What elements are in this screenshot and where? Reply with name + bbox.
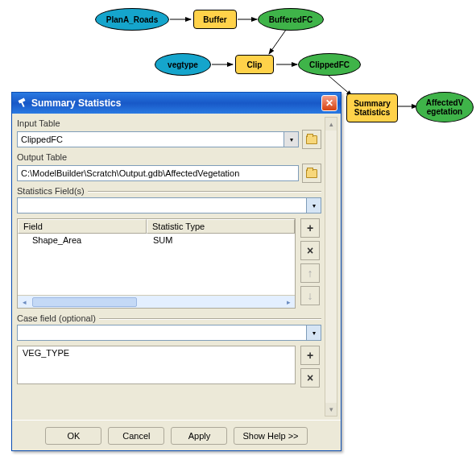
- folder-icon: [306, 169, 317, 178]
- apply-button[interactable]: Apply: [171, 427, 227, 445]
- node-clipped-fc[interactable]: ClippedFC: [298, 53, 361, 76]
- stats-table[interactable]: Field Statistic Type Shape_Area SUM ◂ ▸: [17, 218, 296, 309]
- summary-statistics-dialog: Summary Statistics ✕ ▴ ▾ Input Table ▾ O…: [11, 92, 341, 451]
- show-help-button[interactable]: Show Help >>: [234, 427, 307, 445]
- input-table-label: Input Table: [17, 118, 321, 128]
- case-field-list[interactable]: VEG_TYPE: [17, 346, 296, 384]
- table-row[interactable]: Shape_Area SUM: [18, 234, 295, 248]
- output-table-browse-button[interactable]: [302, 164, 321, 183]
- stats-field-combo[interactable]: ▾: [17, 197, 321, 213]
- add-row-button[interactable]: +: [300, 218, 320, 238]
- node-buffered-fc[interactable]: BufferedFC: [258, 8, 324, 31]
- dialog-body: ▴ ▾ Input Table ▾ Output Table Statistic…: [12, 114, 341, 420]
- input-table-browse-button[interactable]: [302, 130, 321, 149]
- case-field-label: Case field (optional): [17, 313, 96, 323]
- node-buffer[interactable]: Buffer: [193, 10, 237, 29]
- move-up-button[interactable]: ↑: [300, 263, 320, 283]
- vertical-scrollbar[interactable]: ▴ ▾: [325, 117, 337, 417]
- cancel-button[interactable]: Cancel: [108, 427, 164, 445]
- divider: [88, 191, 321, 192]
- close-button[interactable]: ✕: [321, 95, 337, 111]
- hscroll-thumb[interactable]: [32, 297, 137, 307]
- output-table-label: Output Table: [17, 152, 321, 162]
- case-add-button[interactable]: +: [300, 346, 320, 365]
- svg-line-2: [269, 30, 286, 54]
- cell-stat: SUM: [147, 234, 295, 248]
- col-stat[interactable]: Statistic Type: [147, 219, 295, 234]
- remove-row-button[interactable]: ×: [300, 241, 320, 260]
- case-remove-button[interactable]: ×: [300, 368, 320, 388]
- titlebar[interactable]: Summary Statistics ✕: [12, 93, 341, 114]
- table-hscrollbar[interactable]: ◂ ▸: [18, 295, 295, 308]
- scroll-down-button[interactable]: ▾: [325, 403, 337, 416]
- input-table-dropdown[interactable]: ▾: [284, 131, 299, 147]
- hscroll-left-button[interactable]: ◂: [18, 298, 31, 306]
- node-vegtype[interactable]: vegtype: [155, 53, 211, 76]
- dialog-footer: OK Cancel Apply Show Help >>: [12, 420, 341, 450]
- node-affected-vegetation[interactable]: AffectedV egetation: [416, 92, 474, 122]
- stats-field-dropdown[interactable]: ▾: [306, 198, 321, 213]
- node-plana-roads[interactable]: PlanA_Roads: [95, 8, 169, 31]
- ok-button[interactable]: OK: [45, 427, 101, 445]
- scroll-up-button[interactable]: ▴: [325, 118, 337, 131]
- output-table-field[interactable]: [17, 165, 299, 181]
- case-field-combo[interactable]: ▾: [17, 325, 321, 341]
- input-table-field[interactable]: [17, 131, 284, 147]
- hscroll-right-button[interactable]: ▸: [282, 298, 295, 306]
- list-item[interactable]: VEG_TYPE: [23, 348, 290, 358]
- tool-icon: [17, 97, 28, 109]
- divider: [99, 318, 321, 319]
- case-field-dropdown[interactable]: ▾: [306, 325, 321, 340]
- dialog-title: Summary Statistics: [31, 97, 321, 109]
- cell-field: Shape_Area: [18, 234, 147, 248]
- col-field[interactable]: Field: [18, 219, 147, 234]
- node-summary-statistics[interactable]: Summary Statistics: [346, 93, 398, 122]
- move-down-button[interactable]: ↓: [300, 286, 320, 305]
- node-clip[interactable]: Clip: [235, 55, 274, 74]
- folder-icon: [306, 135, 317, 144]
- stats-fields-label: Statistics Field(s): [17, 186, 85, 196]
